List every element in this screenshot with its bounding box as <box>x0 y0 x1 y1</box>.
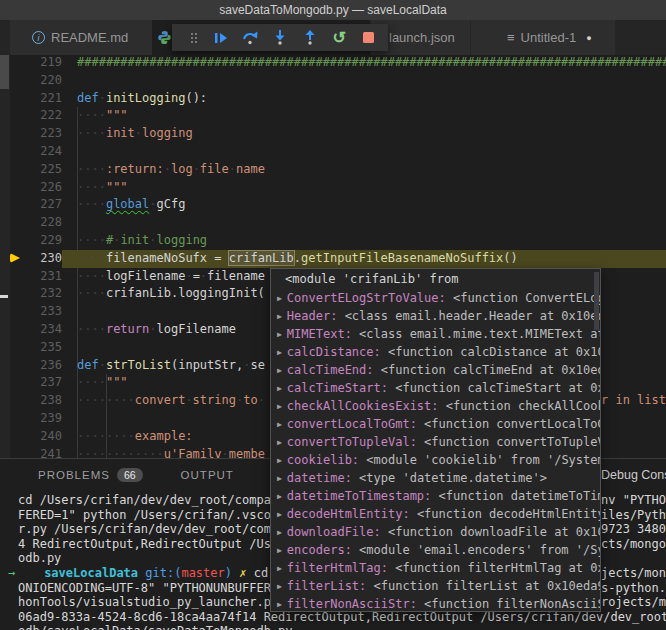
step-into-button[interactable] <box>271 28 289 48</box>
variable-value: <function calcTimeEnd at 0x10eda3 <box>381 363 600 377</box>
expand-arrow-icon[interactable]: ▶ <box>277 290 282 307</box>
expand-arrow-icon[interactable]: ▶ <box>277 434 282 451</box>
line-number[interactable]: 232 <box>28 285 62 303</box>
line-number[interactable]: 230 <box>28 250 62 268</box>
variable-row[interactable]: ▶Header: <class email.header.Header at 0… <box>271 307 600 325</box>
left-scroll-strip <box>0 55 10 458</box>
line-number[interactable]: 236 <box>28 357 62 375</box>
line-number[interactable]: 219 <box>28 55 62 72</box>
line-number[interactable]: 222 <box>28 107 62 125</box>
expand-arrow-icon[interactable]: ▶ <box>277 452 282 469</box>
expand-arrow-icon[interactable]: ▶ <box>277 416 282 433</box>
terminal-text: odb.py <box>18 551 61 565</box>
restart-button[interactable]: ↺ <box>330 28 348 48</box>
expand-arrow-icon[interactable]: ▶ <box>277 380 282 397</box>
continue-button[interactable] <box>212 28 230 48</box>
code-line[interactable]: 228 <box>0 214 666 232</box>
step-over-button[interactable] <box>241 28 259 48</box>
expand-arrow-icon[interactable]: ▶ <box>277 542 282 559</box>
line-number[interactable]: 225 <box>28 161 62 179</box>
code-line[interactable]: 230····filenameNoSufx·=·crifanLib.getInp… <box>0 250 666 268</box>
code-line[interactable]: 222····""" <box>0 107 666 125</box>
debug-console-label[interactable]: Debug Console <box>601 468 666 482</box>
variable-row[interactable]: ▶cookielib: <module 'cookielib' from '/S… <box>271 451 600 469</box>
line-number[interactable]: 228 <box>28 214 62 232</box>
code-line[interactable]: 220 <box>0 72 666 90</box>
expand-arrow-icon[interactable]: ▶ <box>277 308 282 325</box>
variable-row[interactable]: ▶filterHtmlTag: <function filterHtmlTag … <box>271 559 600 577</box>
expand-arrow-icon[interactable]: ▶ <box>277 398 282 415</box>
code-token: log <box>171 162 193 176</box>
line-number[interactable]: 240 <box>28 428 62 446</box>
panel-tab-problems[interactable]: PROBLEMS66 <box>38 468 143 482</box>
expand-arrow-icon[interactable]: ▶ <box>277 488 282 505</box>
variable-name: cookielib: <box>287 453 366 467</box>
panel-tab-label: PROBLEMS <box>38 469 110 481</box>
variable-row[interactable]: ▶datetimeToTimestamp: <function datetime… <box>271 487 600 505</box>
line-number[interactable]: 231 <box>28 268 62 286</box>
expand-arrow-icon[interactable]: ▶ <box>277 344 282 361</box>
code-text: ····""" <box>62 107 128 125</box>
line-number[interactable]: 226 <box>28 179 62 197</box>
debug-arrow-icon <box>10 253 20 263</box>
stop-button[interactable] <box>360 28 378 48</box>
debug-variables-popup[interactable]: <module 'crifanLib' from ▶ConvertELogStr… <box>270 268 601 612</box>
popup-scrollbar-thumb[interactable] <box>594 272 599 330</box>
code-line[interactable]: 225····:return:·log·file·name <box>0 161 666 179</box>
expand-arrow-icon[interactable]: ▶ <box>277 470 282 487</box>
line-number[interactable]: 233 <box>28 303 62 321</box>
variable-row[interactable]: ▶convertToTupleVal: <function convertToT… <box>271 433 600 451</box>
variable-row[interactable]: ▶decodeHtmlEntity: <function decodeHtmlE… <box>271 505 600 523</box>
variable-row[interactable]: ▶MIMEText: <class email.mime.text.MIMETe… <box>271 325 600 343</box>
line-number[interactable]: 237 <box>28 374 62 392</box>
expand-arrow-icon[interactable]: ▶ <box>277 362 282 379</box>
variable-row[interactable]: ▶downloadFile: <function downloadFile at… <box>271 523 600 541</box>
grip-handle-icon[interactable] <box>182 28 200 48</box>
tab-readme[interactable]: i README.md <box>10 20 152 55</box>
variable-row[interactable]: ▶encoders: <module 'email.encoders' from… <box>271 541 600 559</box>
code-token: · <box>222 447 229 458</box>
code-line[interactable]: 224 <box>0 143 666 161</box>
variable-row[interactable]: ▶convertLocalToGmt: <function convertLoc… <box>271 415 600 433</box>
code-line[interactable]: 223····init·logging <box>0 125 666 143</box>
variable-row[interactable]: ▶datetime: <type 'datetime.datetime'> <box>271 469 600 487</box>
code-token: ···· <box>77 322 106 336</box>
code-line[interactable]: 227····global·gCfg <box>0 196 666 214</box>
variable-row[interactable]: ▶calcTimeStart: <function calcTimeStart … <box>271 379 600 397</box>
code-line[interactable]: 226····""" <box>0 179 666 197</box>
code-token: = <box>214 251 221 265</box>
line-number[interactable]: 234 <box>28 321 62 339</box>
scrollbar-thumb[interactable] <box>0 55 9 89</box>
step-out-button[interactable] <box>301 28 319 48</box>
expand-arrow-icon[interactable]: ▶ <box>277 506 282 523</box>
code-line[interactable]: 219#####################################… <box>0 55 666 72</box>
line-number[interactable]: 229 <box>28 232 62 250</box>
variable-row[interactable]: ▶calcDistance: <function calcDistance at… <box>271 343 600 361</box>
debug-toolbar: ↺ <box>172 24 388 51</box>
line-number[interactable]: 241 <box>28 446 62 458</box>
expand-arrow-icon[interactable]: ▶ <box>277 524 282 541</box>
line-number[interactable]: 224 <box>28 143 62 161</box>
panel-tab-output[interactable]: OUTPUT <box>181 469 234 481</box>
variable-row[interactable]: ▶calcTimeEnd: <function calcTimeEnd at 0… <box>271 361 600 379</box>
code-token: inputStr, <box>178 358 243 372</box>
line-number[interactable]: 227 <box>28 196 62 214</box>
variable-row[interactable]: ▶filterNonAsciiStr: <function filterNonA… <box>271 595 600 612</box>
line-number[interactable]: 221 <box>28 90 62 108</box>
line-number[interactable]: 235 <box>28 339 62 357</box>
tab-untitled[interactable]: ≡ Untitled-1 ● <box>470 20 615 55</box>
code-line[interactable]: 221def·initLogging(): <box>0 90 666 108</box>
code-line[interactable]: 229····#·init·logging <box>0 232 666 250</box>
line-number[interactable]: 239 <box>28 410 62 428</box>
expand-arrow-icon[interactable]: ▶ <box>277 596 282 612</box>
expand-arrow-icon[interactable]: ▶ <box>277 560 282 577</box>
variable-row[interactable]: ▶filterList: <function filterList at 0x1… <box>271 577 600 595</box>
code-text: ········convert·string·to· <box>62 392 265 410</box>
line-number[interactable]: 238 <box>28 392 62 410</box>
line-number[interactable]: 223 <box>28 125 62 143</box>
expand-arrow-icon[interactable]: ▶ <box>277 326 282 343</box>
line-number[interactable]: 220 <box>28 72 62 90</box>
expand-arrow-icon[interactable]: ▶ <box>277 578 282 595</box>
variable-row[interactable]: ▶checkAllCookiesExist: <function checkAl… <box>271 397 600 415</box>
variable-row[interactable]: ▶ConvertELogStrToValue: <function Conver… <box>271 289 600 307</box>
